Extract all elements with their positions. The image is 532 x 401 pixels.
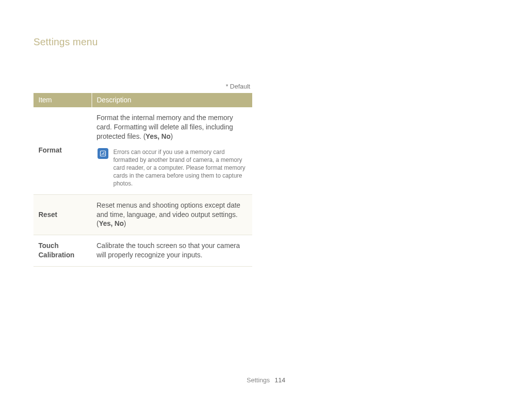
item-reset: Reset [33, 194, 92, 235]
default-note: * Default [33, 83, 252, 90]
yes-no-option: Yes, No [146, 132, 171, 140]
item-format: Format [33, 107, 92, 194]
table-header-item: Item [33, 93, 92, 107]
page-title: Settings menu [33, 36, 98, 48]
table-row: Reset Reset menus and shooting options e… [33, 194, 252, 235]
desc-close: ) [124, 219, 126, 227]
table-row: Touch Calibration Calibrate the touch sc… [33, 235, 252, 267]
desc-reset: Reset menus and shooting options except … [92, 194, 252, 235]
item-touch-calibration: Touch Calibration [33, 235, 92, 267]
footer-section: Settings [247, 376, 270, 384]
content-block: * Default Item Description Format Format… [33, 83, 252, 267]
settings-table: Item Description Format Format the inter… [33, 93, 252, 267]
yes-no-option: Yes, No [99, 219, 124, 227]
desc-close: ) [170, 132, 173, 140]
desc-format: Format the internal memory and the memor… [92, 107, 252, 194]
desc-touch-calibration: Calibrate the touch screen so that your … [92, 235, 252, 267]
svg-point-1 [103, 154, 104, 154]
note-block: Errors can occur if you use a memory car… [97, 146, 247, 188]
footer-page-number: 114 [274, 376, 285, 384]
page-footer: Settings 114 [0, 376, 532, 384]
table-row: Format Format the internal memory and th… [33, 107, 252, 194]
info-icon [98, 148, 108, 159]
note-text: Errors can occur if you use a memory car… [113, 148, 246, 188]
table-header-desc: Description [92, 93, 252, 107]
